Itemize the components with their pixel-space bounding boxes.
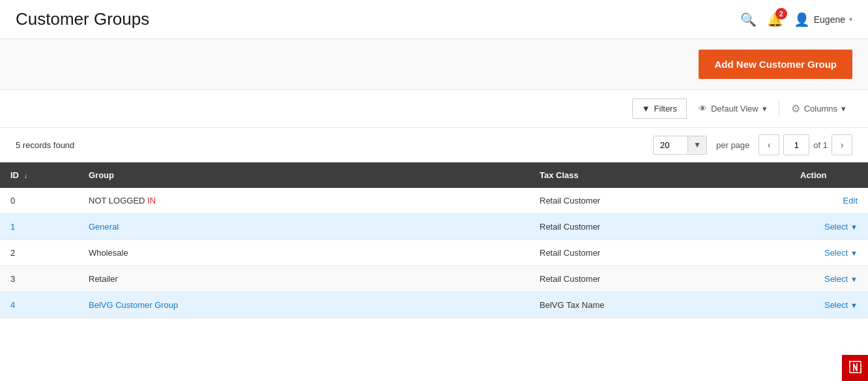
- cell-group: Retailer: [78, 266, 529, 292]
- cell-taxclass: BelVG Tax Name: [529, 292, 790, 318]
- cell-taxclass: Retail Customer: [529, 266, 790, 292]
- pagination: ▼ per page ‹ of 1 ›: [653, 134, 852, 155]
- user-menu-chevron-icon: ▾: [849, 16, 852, 23]
- cell-action[interactable]: Select ▼: [790, 240, 868, 266]
- cell-taxclass: Retail Customer: [529, 240, 790, 266]
- user-menu[interactable]: 👤 Eugene ▾: [794, 12, 852, 27]
- select-action[interactable]: Select ▼: [824, 222, 858, 232]
- group-link[interactable]: BelVG Customer Group: [89, 300, 178, 310]
- cell-id: 2: [0, 240, 78, 266]
- col-header-group: Group: [78, 162, 529, 189]
- col-header-action: Action: [790, 162, 868, 189]
- table-row: 2WholesaleRetail CustomerSelect ▼: [0, 240, 868, 266]
- table-row: 3RetailerRetail CustomerSelect ▼: [0, 266, 868, 292]
- cell-id[interactable]: 1: [0, 214, 78, 240]
- cell-group: Wholesale: [78, 240, 529, 266]
- page-of-label: of 1: [813, 140, 828, 150]
- customer-groups-table: ID ↓ Group Tax Class Action 0NOT LOGGED …: [0, 162, 868, 318]
- cell-taxclass: Retail Customer: [529, 214, 790, 240]
- prev-page-button[interactable]: ‹: [759, 134, 779, 155]
- cell-action[interactable]: Edit: [790, 188, 868, 214]
- header-actions: 🔍 🔔 2 👤 Eugene ▾: [740, 12, 852, 27]
- select-chevron-icon: ▼: [850, 223, 858, 231]
- group-name: NOT LOGGED IN: [89, 196, 156, 206]
- columns-button[interactable]: ⚙ Columns ▾: [785, 98, 852, 119]
- eye-icon: 👁: [699, 104, 707, 114]
- col-header-taxclass: Tax Class: [529, 162, 790, 189]
- user-icon: 👤: [794, 12, 810, 27]
- cell-taxclass: Retail Customer: [529, 188, 790, 214]
- col-action-label: Action: [800, 170, 826, 180]
- filters-button[interactable]: ▼ Filters: [632, 99, 687, 119]
- select-action[interactable]: Select ▼: [824, 248, 858, 258]
- next-page-button[interactable]: ›: [832, 134, 852, 155]
- id-link[interactable]: 4: [10, 300, 15, 310]
- table-header-row: ID ↓ Group Tax Class Action: [0, 162, 868, 189]
- filter-icon: ▼: [642, 104, 650, 114]
- group-link[interactable]: General: [89, 222, 119, 232]
- search-icon: 🔍: [740, 12, 757, 27]
- add-new-customer-group-button[interactable]: Add New Customer Group: [699, 50, 852, 79]
- cell-id: 3: [0, 266, 78, 292]
- columns-chevron-icon: ▾: [841, 104, 846, 114]
- col-group-label: Group: [89, 170, 114, 180]
- select-chevron-icon: ▼: [850, 275, 858, 283]
- table-header: ID ↓ Group Tax Class Action: [0, 162, 868, 189]
- table-row: 1GeneralRetail CustomerSelect ▼: [0, 214, 868, 240]
- table-body: 0NOT LOGGED INRetail CustomerEdit1Genera…: [0, 188, 868, 318]
- table-row: 4BelVG Customer GroupBelVG Tax NameSelec…: [0, 292, 868, 318]
- sort-arrow-icon: ↓: [24, 172, 28, 179]
- cell-group: General: [78, 214, 529, 240]
- table-row: 0NOT LOGGED INRetail CustomerEdit: [0, 188, 868, 214]
- controls-bar: ▼ Filters 👁 Default View ▾ ⚙ Columns ▾: [0, 90, 868, 128]
- cell-group: NOT LOGGED IN: [78, 188, 529, 214]
- cell-id: 0: [0, 188, 78, 214]
- col-taxclass-label: Tax Class: [540, 170, 579, 180]
- col-header-id[interactable]: ID ↓: [0, 162, 78, 189]
- select-chevron-icon: ▼: [850, 249, 858, 257]
- current-page-input[interactable]: [783, 134, 809, 155]
- action-bar: Add New Customer Group: [0, 39, 868, 90]
- cell-id[interactable]: 4: [0, 292, 78, 318]
- top-header: Customer Groups 🔍 🔔 2 👤 Eugene ▾: [0, 0, 868, 39]
- cell-action[interactable]: Select ▼: [790, 266, 868, 292]
- records-count: 5 records found: [16, 140, 74, 150]
- gear-icon: ⚙: [791, 102, 800, 115]
- search-button[interactable]: 🔍: [740, 12, 757, 27]
- records-bar: 5 records found ▼ per page ‹ of 1 ›: [0, 128, 868, 162]
- vertical-divider: [779, 100, 779, 118]
- id-link[interactable]: 1: [10, 222, 15, 232]
- per-page-input[interactable]: [654, 136, 687, 154]
- per-page-arrow-icon[interactable]: ▼: [687, 136, 706, 153]
- default-view-button[interactable]: 👁 Default View ▾: [692, 99, 774, 118]
- col-id-label: ID: [10, 170, 19, 180]
- per-page-label: per page: [716, 140, 749, 150]
- select-chevron-icon: ▼: [850, 301, 858, 309]
- per-page-select[interactable]: ▼: [653, 136, 707, 155]
- edit-action[interactable]: Edit: [843, 196, 858, 206]
- cell-group: BelVG Customer Group: [78, 292, 529, 318]
- default-view-label: Default View: [711, 104, 759, 114]
- user-name-label: Eugene: [814, 14, 845, 25]
- columns-label: Columns: [804, 104, 837, 114]
- page-title: Customer Groups: [16, 9, 149, 29]
- select-action[interactable]: Select ▼: [824, 300, 858, 310]
- notification-badge: 2: [775, 8, 787, 20]
- view-chevron-icon: ▾: [762, 104, 767, 114]
- cell-action[interactable]: Select ▼: [790, 214, 868, 240]
- notification-button[interactable]: 🔔 2: [767, 12, 783, 27]
- cell-action[interactable]: Select ▼: [790, 292, 868, 318]
- select-action[interactable]: Select ▼: [824, 274, 858, 284]
- filters-label: Filters: [654, 104, 677, 114]
